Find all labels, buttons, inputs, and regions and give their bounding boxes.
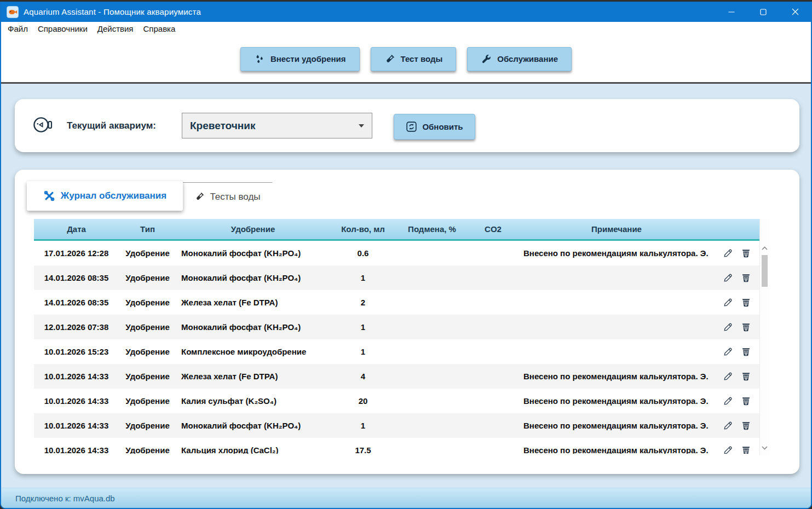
tab-water-tests[interactable]: Тесты воды [183, 182, 272, 211]
scrollbar-thumb[interactable] [762, 255, 768, 287]
cell-date: 10.01.2026 14:33 [34, 438, 119, 454]
delete-trash-icon[interactable] [741, 420, 751, 431]
menu-file[interactable]: Файл [3, 24, 33, 33]
add-fertilizer-button[interactable]: Внести удобрения [240, 47, 360, 71]
window-title: Aquarium Assistant - Помощник аквариумис… [24, 7, 201, 16]
maximize-button[interactable] [747, 2, 779, 22]
edit-row-button[interactable] [723, 273, 733, 283]
scroll-up-icon[interactable] [762, 246, 768, 250]
table-row: 12.01.2026 07:38УдобрениеМонокалий фосфа… [34, 315, 759, 339]
cell-amount: 1 [330, 265, 396, 290]
aquarium-bowl-icon [32, 115, 53, 135]
cell-water-change [396, 389, 468, 413]
cell-water-change [396, 290, 468, 315]
cell-amount: 0.6 [330, 241, 396, 265]
cell-water-change [396, 413, 468, 438]
cell-co2 [468, 315, 519, 339]
column-header-co2: CO2 [468, 219, 519, 239]
delete-trash-icon[interactable] [741, 273, 751, 283]
chevron-down-icon [359, 124, 364, 128]
current-aquarium-panel: Текущий аквариум: Креветочник Обновить [15, 99, 799, 152]
edit-pencil-icon[interactable] [723, 273, 733, 283]
table-header: Дата Тип Удобрение Кол-во, мл Подмена, %… [34, 219, 759, 241]
table-row: 10.01.2026 14:33УдобрениеКалия сульфат (… [34, 389, 759, 413]
app-window: Aquarium Assistant - Помощник аквариумис… [0, 2, 812, 509]
delete-trash-icon[interactable] [741, 297, 751, 308]
vertical-scrollbar[interactable] [759, 219, 769, 455]
cell-amount: 1 [330, 339, 396, 364]
delete-trash-icon[interactable] [741, 346, 751, 357]
column-header-date: Дата [34, 219, 119, 239]
edit-row-button[interactable] [723, 297, 733, 308]
menu-actions[interactable]: Действия [93, 24, 139, 33]
close-button[interactable] [779, 2, 811, 22]
delete-row-button[interactable] [741, 420, 751, 431]
edit-row-button[interactable] [723, 420, 733, 431]
delete-trash-icon[interactable] [741, 371, 751, 381]
cell-fertilizer: Железа хелат (Fe DTPA) [176, 364, 330, 389]
edit-pencil-icon[interactable] [723, 297, 733, 308]
aquarium-select[interactable]: Креветочник [182, 113, 372, 138]
menu-help[interactable]: Справка [139, 24, 181, 33]
edit-row-button[interactable] [723, 445, 733, 454]
fertilizer-drops-icon [254, 54, 265, 65]
delete-row-button[interactable] [741, 371, 751, 381]
edit-row-button[interactable] [723, 396, 733, 406]
delete-trash-icon[interactable] [741, 248, 751, 258]
cell-note [519, 265, 715, 290]
column-header-water-change: Подмена, % [396, 219, 468, 239]
row-actions [715, 290, 759, 315]
delete-row-button[interactable] [741, 273, 751, 283]
edit-pencil-icon[interactable] [723, 396, 733, 406]
edit-row-button[interactable] [723, 371, 733, 381]
refresh-button[interactable]: Обновить [394, 114, 475, 140]
delete-row-button[interactable] [741, 346, 751, 357]
edit-pencil-icon[interactable] [723, 420, 733, 431]
row-actions [715, 265, 759, 290]
cell-fertilizer: Монокалий фосфат (KH₂PO₄) [176, 265, 330, 290]
window-controls [716, 2, 811, 22]
cell-type: Удобрение [119, 290, 176, 315]
cell-co2 [468, 413, 519, 438]
delete-row-button[interactable] [741, 396, 751, 406]
edit-pencil-icon[interactable] [723, 346, 733, 357]
cell-co2 [468, 339, 519, 364]
delete-trash-icon[interactable] [741, 322, 751, 332]
water-test-label: Тест воды [401, 54, 443, 63]
scroll-down-icon[interactable] [762, 446, 768, 450]
test-tube-icon [194, 192, 205, 202]
cell-co2 [468, 290, 519, 315]
edit-pencil-icon[interactable] [723, 248, 733, 258]
add-fertilizer-label: Внести удобрения [270, 54, 346, 63]
delete-row-button[interactable] [741, 322, 751, 332]
edit-row-button[interactable] [723, 346, 733, 357]
table-row: 14.01.2026 08:35УдобрениеЖелеза хелат (F… [34, 290, 759, 315]
maintenance-button[interactable]: Обслуживание [467, 47, 572, 71]
delete-row-button[interactable] [741, 445, 751, 454]
cell-type: Удобрение [119, 241, 176, 265]
edit-pencil-icon[interactable] [723, 322, 733, 332]
column-header-type: Тип [119, 219, 176, 239]
cell-fertilizer: Монокалий фосфат (KH₂PO₄) [176, 413, 330, 438]
edit-pencil-icon[interactable] [723, 445, 733, 454]
tab-maintenance-journal[interactable]: Журнал обслуживания [27, 181, 183, 211]
row-actions [715, 241, 759, 265]
menu-references[interactable]: Справочники [33, 24, 93, 33]
table-body: 17.01.2026 12:28УдобрениеМонокалий фосфа… [34, 241, 759, 454]
edit-row-button[interactable] [723, 322, 733, 332]
delete-trash-icon[interactable] [741, 445, 751, 454]
water-test-button[interactable]: Тест воды [371, 47, 457, 71]
edit-pencil-icon[interactable] [723, 371, 733, 381]
cell-fertilizer: Монокалий фосфат (KH₂PO₄) [176, 241, 330, 265]
column-header-note: Примечание [519, 219, 715, 239]
cell-note [519, 339, 715, 364]
edit-row-button[interactable] [723, 248, 733, 258]
delete-row-button[interactable] [741, 297, 751, 308]
delete-row-button[interactable] [741, 248, 751, 258]
cell-fertilizer: Монокалий фосфат (KH₂PO₄) [176, 315, 330, 339]
minimize-button[interactable] [716, 2, 747, 22]
delete-trash-icon[interactable] [741, 396, 751, 406]
cell-date: 10.01.2026 14:33 [34, 389, 119, 413]
cell-date: 14.01.2026 08:35 [34, 290, 119, 315]
cell-note [519, 315, 715, 339]
